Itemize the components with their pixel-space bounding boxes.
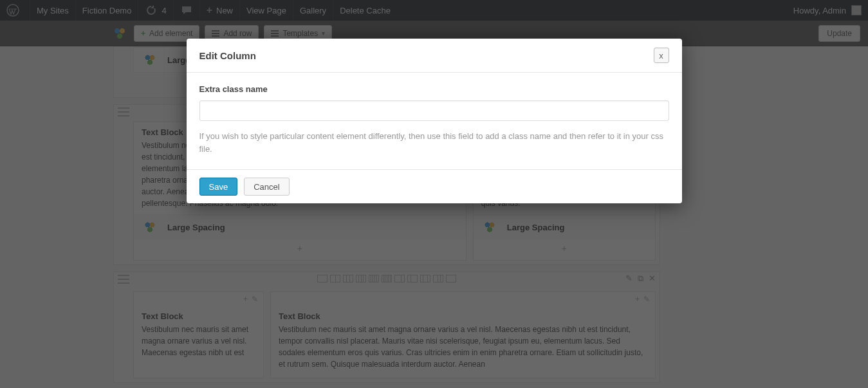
edit-column-modal: Edit Column x Extra class name If you wi… [187, 39, 682, 203]
modal-footer: Save Cancel [187, 169, 682, 203]
extra-class-label: Extra class name [199, 84, 669, 94]
modal-header: Edit Column x [187, 39, 682, 73]
extra-class-hint: If you wish to style particular content … [199, 130, 669, 155]
close-icon: x [659, 51, 663, 60]
save-button[interactable]: Save [199, 178, 238, 196]
extra-class-input[interactable] [199, 100, 669, 121]
modal-close-button[interactable]: x [654, 48, 669, 63]
modal-title: Edit Column [199, 50, 256, 61]
cancel-button[interactable]: Cancel [244, 178, 289, 196]
modal-body: Extra class name If you wish to style pa… [187, 73, 682, 169]
